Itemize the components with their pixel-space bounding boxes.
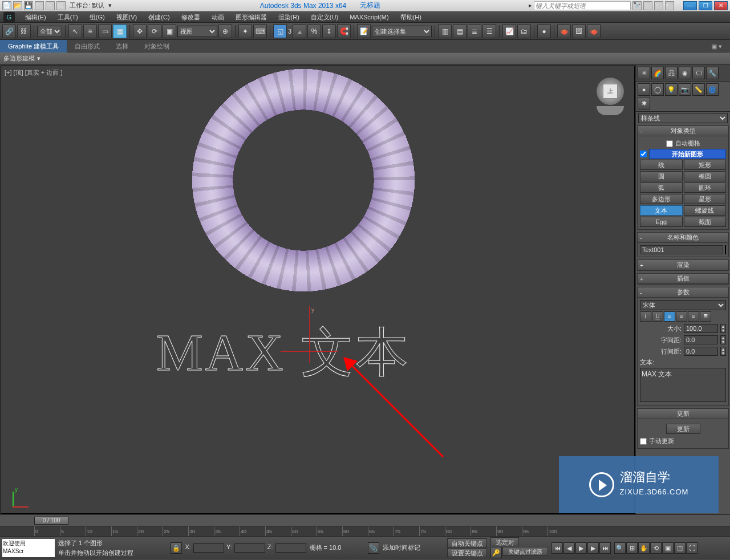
type-text[interactable]: 文本 bbox=[640, 205, 683, 216]
rollout-render[interactable]: +渲染 bbox=[638, 260, 728, 270]
binoculars-icon[interactable]: 🔭 bbox=[632, 1, 642, 10]
rect-select-icon[interactable]: ▭ bbox=[98, 25, 112, 38]
link-icon[interactable]: ⛓ bbox=[56, 1, 66, 10]
align-left-button[interactable]: ≡ bbox=[664, 311, 675, 322]
menu-anim[interactable]: 动画 bbox=[206, 11, 230, 23]
percent-snap-icon[interactable]: % bbox=[307, 25, 321, 38]
menu-customize[interactable]: 自定义(U) bbox=[305, 11, 344, 23]
time-ruler[interactable]: /* ticks rendered below by script */ 051… bbox=[0, 526, 730, 536]
cat-spacewarps-icon[interactable]: 🌀 bbox=[706, 83, 719, 96]
scale-icon[interactable]: ▣ bbox=[163, 25, 176, 38]
cat-helpers-icon[interactable]: 📏 bbox=[692, 83, 705, 96]
select-name-icon[interactable]: ≡ bbox=[83, 25, 97, 38]
goto-start-icon[interactable]: ⏮ bbox=[551, 542, 563, 554]
play-icon[interactable]: ▶ bbox=[575, 542, 587, 554]
time-knob[interactable]: 0 / 100 bbox=[34, 517, 68, 525]
ribbon-tab-freeform[interactable]: 自由形式 bbox=[67, 40, 108, 52]
tab-display-icon[interactable]: 🖵 bbox=[692, 67, 705, 79]
z-input[interactable] bbox=[275, 543, 306, 553]
type-circle[interactable]: 圆 bbox=[640, 171, 683, 181]
workspace-label[interactable]: 工作台: 默认 bbox=[70, 1, 104, 10]
schematic-icon[interactable]: 🗂 bbox=[517, 25, 531, 38]
kerning-arrows[interactable]: ▲▼ bbox=[720, 335, 726, 344]
rollout-object-type[interactable]: -对象类型 bbox=[638, 126, 728, 136]
font-dropdown[interactable]: 宋体 bbox=[640, 300, 726, 310]
transform-gizmo[interactable]: y bbox=[286, 317, 343, 374]
mat-editor-icon[interactable]: ● bbox=[537, 25, 551, 38]
unlink-tool-icon[interactable]: ⛓ bbox=[17, 25, 31, 38]
viewcube-ring[interactable] bbox=[597, 106, 624, 115]
orbit-icon[interactable]: ⟲ bbox=[650, 542, 662, 554]
help-icon[interactable]: ? bbox=[654, 1, 663, 10]
dropdown-icon[interactable]: ▾ bbox=[665, 1, 674, 10]
fov-icon[interactable]: ◫ bbox=[674, 542, 686, 554]
minimize-button[interactable]: — bbox=[683, 1, 697, 10]
align-right-button[interactable]: ≡ bbox=[688, 311, 699, 322]
y-input[interactable] bbox=[234, 543, 265, 553]
leading-spinner[interactable] bbox=[684, 347, 718, 356]
type-line[interactable]: 线 bbox=[640, 160, 683, 170]
viewcube[interactable]: 上 bbox=[597, 78, 624, 105]
tab-hierarchy-icon[interactable]: 品 bbox=[665, 67, 678, 79]
manual-update-checkbox[interactable] bbox=[640, 438, 647, 445]
zoom-all-icon[interactable]: ⊞ bbox=[626, 542, 638, 554]
window-crossing-icon[interactable]: ▦ bbox=[113, 25, 127, 38]
rollout-name-color[interactable]: -名称和颜色 bbox=[638, 233, 728, 243]
selfilter[interactable]: 选定对 bbox=[490, 537, 519, 546]
link-tool-icon[interactable]: 🔗 bbox=[2, 25, 16, 38]
menu-render[interactable]: 渲染(R) bbox=[273, 11, 305, 23]
goto-end-icon[interactable]: ⏭ bbox=[599, 542, 611, 554]
menu-tools[interactable]: 工具(T) bbox=[52, 11, 84, 23]
type-ellipse[interactable]: 椭圆 bbox=[684, 171, 727, 181]
object-name-input[interactable] bbox=[640, 245, 723, 254]
ribbon-tab-graphite[interactable]: Graphite 建模工具 bbox=[0, 40, 67, 52]
app-logo[interactable]: G bbox=[3, 12, 15, 22]
maxscript-listener[interactable]: 欢迎使用 MAXScr bbox=[2, 539, 55, 557]
redo-icon[interactable]: ↷ bbox=[46, 1, 55, 10]
search-input[interactable] bbox=[534, 1, 631, 10]
update-button[interactable]: 更新 bbox=[666, 424, 700, 434]
magnet-icon[interactable]: 🧲 bbox=[337, 25, 351, 38]
ribbon-tab-objpaint[interactable]: 对象绘制 bbox=[136, 40, 177, 52]
snap-2d-icon[interactable]: ◱ bbox=[273, 25, 287, 38]
star-icon[interactable]: ☆ bbox=[643, 1, 652, 10]
menu-modifiers[interactable]: 修改器 bbox=[176, 11, 206, 23]
menu-edit[interactable]: 编辑(E) bbox=[19, 11, 52, 23]
pivot-icon[interactable]: ⊕ bbox=[218, 25, 232, 38]
cat-lights-icon[interactable]: 💡 bbox=[665, 83, 678, 96]
x-input[interactable] bbox=[193, 543, 224, 553]
new-icon[interactable]: 📄 bbox=[2, 1, 11, 10]
mirror-icon[interactable]: ▥ bbox=[438, 25, 452, 38]
restore-button[interactable]: ❐ bbox=[699, 1, 712, 10]
next-frame-icon[interactable]: ▶ bbox=[587, 542, 599, 554]
layermgr-icon[interactable]: ☰ bbox=[482, 25, 496, 38]
type-arc[interactable]: 弧 bbox=[640, 182, 683, 193]
tab-utilities-icon[interactable]: 🔧 bbox=[706, 67, 719, 79]
spinner-snap-icon[interactable]: ⇕ bbox=[322, 25, 336, 38]
tab-motion-icon[interactable]: ◉ bbox=[679, 67, 691, 79]
start-new-shape-button[interactable]: 开始新图形 bbox=[649, 149, 726, 159]
render-setup-icon[interactable]: 🫖 bbox=[557, 25, 571, 38]
maximize-vp-icon[interactable]: ▣ bbox=[662, 542, 674, 554]
ribbon-sub-label[interactable]: 多边形建模 bbox=[3, 54, 35, 63]
italic-button[interactable]: I bbox=[640, 311, 651, 322]
underline-button[interactable]: U bbox=[652, 311, 663, 322]
timetag-icon[interactable]: 📎 bbox=[368, 542, 379, 554]
close-button[interactable]: ✕ bbox=[714, 1, 728, 10]
menu-create[interactable]: 创建(C) bbox=[143, 11, 175, 23]
viewport[interactable]: [+] [顶] [真实 + 边面 ] 上 MAX 文本 y y bbox=[1, 66, 635, 514]
keyfilter-button[interactable]: 关键点过滤器 bbox=[502, 547, 548, 556]
type-donut[interactable]: 圆环 bbox=[684, 182, 727, 193]
align-justify-button[interactable]: ≣ bbox=[700, 311, 711, 322]
torus-object[interactable] bbox=[172, 49, 435, 311]
type-rect[interactable]: 矩形 bbox=[684, 160, 727, 170]
type-egg[interactable]: Egg bbox=[640, 217, 683, 227]
viewcube-face[interactable]: 上 bbox=[603, 84, 618, 99]
open-icon[interactable]: 📂 bbox=[13, 1, 22, 10]
render-prod-icon[interactable]: 🫖 bbox=[587, 25, 601, 38]
layers-icon[interactable]: ≣ bbox=[468, 25, 481, 38]
cat-cameras-icon[interactable]: 📷 bbox=[679, 83, 691, 96]
time-slider[interactable]: 0 / 100 bbox=[0, 514, 730, 526]
undo-icon[interactable]: ↶ bbox=[35, 1, 44, 10]
cat-geometry-icon[interactable]: ● bbox=[638, 83, 650, 96]
